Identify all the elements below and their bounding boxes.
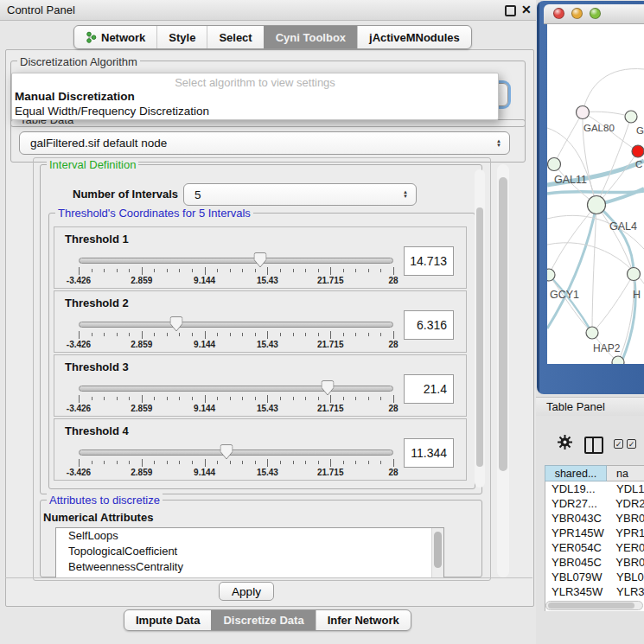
scale-label: 15.43 [257, 468, 278, 477]
slider-thumb-icon[interactable] [169, 316, 182, 332]
table-panel-title: Table Panel [546, 400, 605, 413]
bottom-tab-bar: Impute DataDiscretize DataInfer Network [124, 609, 411, 631]
tab-discretize-data[interactable]: Discretize Data [211, 610, 315, 630]
attribute-item-betweennesscentrality[interactable]: BetweennessCentrality [56, 559, 443, 575]
scale-label: 9.144 [194, 404, 215, 413]
slider-scale-labels: -3.4262.8599.14415.4321.71528 [79, 340, 393, 350]
tab-jactivemnodules[interactable]: jActiveMNodules [357, 26, 471, 48]
scale-label: 2.859 [131, 468, 152, 477]
tab-network[interactable]: Network [74, 26, 156, 48]
tab-impute-data[interactable]: Impute Data [124, 610, 211, 630]
interval-scrollbar[interactable] [475, 169, 485, 488]
threshold-slider[interactable]: -3.4262.8599.14415.4321.71528 [79, 317, 393, 350]
cell-name: YBR0 [607, 556, 644, 569]
threshold-slider[interactable]: -3.4262.8599.14415.4321.71528 [79, 381, 393, 414]
network-canvas[interactable]: GAL80GACGAL11GAL4GCY1HHAP2 [547, 24, 644, 364]
gear-icon[interactable] [558, 435, 572, 450]
slider-scale-labels: -3.4262.8599.14415.4321.71528 [79, 276, 393, 286]
node-red[interactable] [632, 145, 644, 157]
scale-label: 9.144 [194, 468, 215, 477]
scale-label: -3.426 [67, 468, 91, 477]
cell-name: YBL0 [608, 571, 644, 583]
close-traffic-light[interactable] [553, 8, 564, 19]
attribute-item-topologicalcoefficient[interactable]: TopologicalCoefficient [56, 544, 443, 559]
node-bottom[interactable] [612, 356, 624, 364]
table-row[interactable]: YDR27...YDR2 [545, 496, 644, 511]
slider-thumb-icon[interactable] [321, 380, 334, 396]
number-of-intervals-combobox[interactable]: 5 ▲▼ [183, 183, 417, 206]
scale-label: -3.426 [67, 340, 91, 349]
node-label-hap2: HAP2 [593, 342, 621, 354]
minimize-traffic-light[interactable] [571, 8, 583, 19]
slider-track[interactable] [79, 450, 393, 456]
popup-placeholder: Select algorithm to view settings [12, 76, 498, 89]
slider-thumb-icon[interactable] [254, 252, 267, 268]
checkbox-icon-2[interactable]: ✓ [627, 439, 636, 449]
table-row[interactable]: YLR345WYLR3 [545, 584, 644, 599]
content-scrollbar-thumb[interactable] [499, 177, 507, 471]
slider-track[interactable] [79, 258, 393, 264]
column-header-shared-name[interactable]: shared... [545, 465, 607, 481]
tab-style[interactable]: Style [156, 26, 207, 48]
node-gal11[interactable] [548, 158, 561, 171]
scale-label: 28 [388, 340, 398, 349]
tab-infer-network[interactable]: Infer Network [316, 610, 411, 630]
table-data-combobox[interactable]: galFiltered.sif default node ▲▼ [19, 131, 510, 155]
popup-item-manual-discretization[interactable]: Manual Discretization [12, 89, 498, 104]
cell-shared-name: YDL19... [545, 482, 608, 495]
close-icon[interactable]: ✕ [521, 3, 532, 16]
attributes-scrollbar-thumb[interactable] [434, 532, 442, 568]
threshold-value-field[interactable]: 14.713 [404, 246, 454, 276]
slider-thumb-icon[interactable] [220, 444, 233, 460]
threshold-panel: Threshold 4 -3.4262.8599.14415.4321.7152… [54, 418, 467, 481]
tab-select[interactable]: Select [207, 26, 263, 48]
node-top-right[interactable] [625, 111, 637, 123]
content-scrollbar[interactable] [497, 164, 509, 577]
top-tab-bar: NetworkStyleSelectCyni ToolboxjActiveMNo… [73, 25, 472, 49]
columns-icon[interactable] [584, 437, 603, 454]
table-row[interactable]: YBR043CYBR0 [545, 511, 644, 526]
node-h[interactable] [628, 268, 641, 281]
float-window-icon[interactable] [505, 5, 516, 16]
table-row[interactable]: YBL079WYBL0 [545, 570, 644, 584]
interval-scrollbar-thumb[interactable] [476, 207, 483, 467]
threshold-value-field[interactable]: 11.344 [404, 438, 454, 468]
attribute-item-selfloops[interactable]: SelfLoops [56, 528, 443, 544]
control-panel: Control Panel ✕ NetworkStyleSelectCyni T… [0, 0, 536, 644]
popup-item-equal-width-frequency[interactable]: Equal Width/Frequency Discretization [12, 104, 498, 118]
table-hscrollbar-thumb[interactable] [548, 603, 634, 609]
slider-track[interactable] [79, 386, 393, 392]
node-gal80[interactable] [577, 106, 590, 119]
tab-cyni-toolbox[interactable]: Cyni Toolbox [264, 26, 357, 48]
tab-label: jActiveMNodules [369, 31, 460, 44]
node-gcy1[interactable] [547, 269, 555, 281]
tab-label: Discretize Data [223, 614, 303, 627]
node-label-ga: GA [636, 125, 644, 136]
zoom-traffic-light[interactable] [590, 8, 601, 19]
node-label-c: C [635, 159, 642, 169]
scale-label: 21.715 [317, 276, 344, 285]
cell-name: YLR3 [608, 585, 644, 598]
apply-button[interactable]: Apply [219, 582, 274, 601]
table-row[interactable]: YPR145WYPR1 [545, 526, 644, 540]
slider-ticks [79, 267, 393, 275]
slider-track[interactable] [79, 322, 393, 328]
threshold-slider[interactable]: -3.4262.8599.14415.4321.71528 [79, 253, 393, 286]
scale-label: 9.144 [194, 276, 215, 285]
node-hap2[interactable] [586, 327, 598, 339]
table-horizontal-scrollbar[interactable] [545, 601, 643, 610]
table-row[interactable]: YER054CYER0 [545, 540, 644, 555]
number-of-intervals-label: Number of Intervals [73, 188, 178, 201]
attributes-scrollbar[interactable] [431, 528, 443, 577]
scale-label: 28 [388, 404, 398, 413]
table-row[interactable]: YDL19...YDL1 [545, 481, 644, 496]
checkbox-icon-1[interactable]: ✓ [614, 439, 623, 449]
threshold-value-field[interactable]: 21.4 [404, 374, 454, 404]
table-row[interactable]: YBR045CYBR0 [545, 555, 644, 570]
slider-scale-labels: -3.4262.8599.14415.4321.71528 [79, 404, 393, 414]
threshold-slider[interactable]: -3.4262.8599.14415.4321.71528 [79, 445, 393, 478]
cell-shared-name: YLR345W [545, 585, 608, 598]
node-gal4[interactable] [588, 196, 606, 214]
threshold-value-field[interactable]: 6.316 [404, 310, 454, 340]
column-header-name[interactable]: na [607, 465, 644, 481]
